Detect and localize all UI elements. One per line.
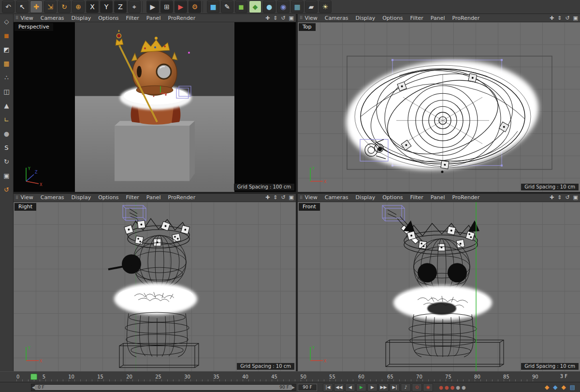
key-position-toggle[interactable]: ● [439, 385, 443, 390]
spline-pen-icon[interactable]: ✎ [221, 0, 233, 13]
viewport-menu-item[interactable]: Display [72, 194, 91, 201]
menu-handle-icon[interactable]: ⠿ [300, 195, 303, 200]
modeling-icon[interactable]: ● [263, 0, 276, 13]
viewport-menu-item[interactable]: View [21, 15, 33, 21]
toggle-layout-icon[interactable]: ▣ [289, 15, 294, 21]
camera-icon[interactable]: ▰ [305, 0, 318, 13]
viewport-navigation-icon[interactable]: ● [1, 128, 13, 139]
timeline-ruler[interactable]: 051015202530354045505560657075808590 3 F [0, 371, 580, 382]
viewport-menu-item[interactable]: View [305, 15, 318, 21]
dolly-view-icon[interactable]: ⇕ [557, 15, 562, 21]
pan-view-icon[interactable]: ✚ [265, 15, 270, 21]
texture-mode-icon[interactable]: ◩ [1, 44, 13, 55]
menu-handle-icon[interactable]: ⠿ [15, 15, 19, 20]
right-view-canvas[interactable]: Right Y X Grid Spacing : 10 cm [14, 202, 296, 372]
viewport-menu-item[interactable]: Options [98, 15, 118, 21]
front-view-canvas[interactable]: Front Y X Grid Spacing : 10 cm [298, 202, 580, 372]
light-icon[interactable]: ☀ [319, 0, 332, 13]
play-button[interactable]: ▶ [356, 383, 366, 392]
viewport-menu-item[interactable]: Display [356, 194, 376, 201]
polygons-mode-icon[interactable]: ▲ [1, 100, 13, 111]
toggle-layout-icon[interactable]: ▣ [289, 194, 294, 201]
make-editable-icon[interactable]: ◇ [1, 16, 13, 27]
deformer-icon[interactable]: ◉ [277, 0, 290, 13]
pan-view-icon[interactable]: ✚ [265, 194, 270, 201]
coordinate-system-icon[interactable]: ⌖ [128, 0, 141, 13]
key-rotation-toggle[interactable]: ● [450, 385, 454, 390]
rotate-view-icon[interactable]: ↺ [281, 194, 285, 201]
perspective-view-canvas[interactable]: Perspective Y X Z Grid Spacing : 100 cm [14, 22, 296, 192]
key-pla-toggle[interactable]: ● [462, 385, 466, 390]
rotate-tool-icon[interactable]: ↻ [58, 0, 71, 13]
pan-view-icon[interactable]: ✚ [550, 194, 554, 201]
selection-tool-icon[interactable]: ↖ [16, 0, 29, 13]
render-settings-icon[interactable]: ⚙ [188, 0, 201, 13]
last-tool-icon[interactable]: ⊕ [72, 0, 85, 13]
generator-icon[interactable]: ◆ [249, 0, 261, 13]
interpolation-linear-icon[interactable]: ◆ [553, 384, 557, 391]
viewport-menu-item[interactable]: Filter [126, 15, 139, 21]
viewport-menu-item[interactable]: ProRender [452, 194, 480, 201]
keyframe-presets-icon[interactable]: ▤ [570, 384, 575, 391]
workplane-mode-icon[interactable]: ▦ [1, 58, 13, 69]
viewport-menu-item[interactable]: Cameras [41, 194, 64, 201]
record-objects-button[interactable]: ⊙ [412, 383, 422, 392]
toggle-layout-icon[interactable]: ▣ [573, 15, 578, 21]
prev-frame-button[interactable]: ◀ [345, 383, 355, 392]
key-parameter-toggle[interactable]: ● [456, 385, 460, 390]
environment-icon[interactable]: ▦ [291, 0, 304, 13]
top-view-canvas[interactable]: Top Y X Grid Spacing : 10 cm [298, 22, 580, 192]
viewport-menu-item[interactable]: Panel [431, 15, 445, 21]
range-scroll-right-icon[interactable]: ▶ [292, 385, 295, 390]
rotate-view-icon[interactable]: ↺ [281, 15, 285, 21]
points-mode-icon[interactable]: ∴ [1, 72, 13, 83]
viewport-menu-item[interactable]: View [305, 194, 318, 201]
snap-icon[interactable]: S [1, 142, 13, 153]
axis-modification-icon[interactable]: ∟ [1, 114, 13, 125]
scale-tool-icon[interactable]: ⇲ [44, 0, 57, 13]
interpolation-step-icon[interactable]: ◆ [561, 384, 566, 391]
x-axis-lock-icon[interactable]: X [86, 0, 99, 13]
viewport-menu-item[interactable]: Cameras [325, 194, 348, 201]
viewport-menu-item[interactable]: ProRender [168, 15, 196, 21]
viewport-menu-item[interactable]: Panel [431, 194, 445, 201]
viewport-menu-item[interactable]: Options [382, 194, 403, 201]
goto-end-button[interactable]: ▶| [390, 383, 400, 392]
viewport-menu-item[interactable]: Options [98, 194, 118, 201]
viewport-menu-item[interactable]: Filter [410, 15, 423, 21]
render-view-icon[interactable]: ▶ [146, 0, 159, 13]
viewport-menu-item[interactable]: Filter [126, 194, 139, 201]
rotate-view-icon[interactable]: ↺ [565, 15, 569, 21]
menu-handle-icon[interactable]: ⠿ [300, 15, 303, 20]
render-picture-viewer-icon[interactable]: ⊞ [160, 0, 173, 13]
menu-handle-icon[interactable]: ⠿ [15, 195, 19, 200]
viewport-menu-item[interactable]: ProRender [168, 194, 196, 201]
primitive-cube-icon[interactable]: ■ [207, 0, 219, 13]
subdivision-surface-icon[interactable]: ◼ [235, 0, 247, 13]
autokeying-button[interactable]: ◉ [423, 383, 433, 392]
dolly-view-icon[interactable]: ⇕ [557, 194, 562, 201]
toolbar-separator[interactable] [203, 1, 205, 13]
prev-key-button[interactable]: ◀◀ [334, 383, 344, 392]
timeline-playhead[interactable] [30, 374, 37, 380]
pan-view-icon[interactable]: ✚ [550, 15, 554, 21]
viewport-menu-item[interactable]: Options [382, 15, 403, 21]
dolly-view-icon[interactable]: ⇕ [273, 15, 277, 21]
viewport-menu-item[interactable]: Panel [146, 15, 161, 21]
y-axis-lock-icon[interactable]: Y [100, 0, 113, 13]
toolbar-separator[interactable] [142, 1, 145, 13]
viewport-menu-item[interactable]: Display [356, 15, 376, 21]
next-key-button[interactable]: ▶▶ [378, 383, 389, 392]
dolly-view-icon[interactable]: ⇕ [273, 194, 277, 201]
preview-range-slider[interactable]: ◀ 0 F 90 F ▶ [31, 384, 296, 391]
quantize-icon[interactable]: ↺ [1, 184, 13, 195]
viewport-menu-item[interactable]: Display [72, 15, 91, 21]
move-tool-icon[interactable]: ✚ [30, 0, 43, 13]
toggle-layout-icon[interactable]: ▣ [573, 194, 578, 201]
viewport-menu-item[interactable]: ProRender [452, 15, 480, 21]
workplane-lock-icon[interactable]: ▣ [1, 170, 13, 181]
viewport-menu-item[interactable]: Cameras [325, 15, 348, 21]
undo-icon[interactable]: ↶ [2, 0, 14, 13]
edges-mode-icon[interactable]: ◫ [1, 86, 13, 97]
goto-start-button[interactable]: |◀ [323, 383, 333, 392]
